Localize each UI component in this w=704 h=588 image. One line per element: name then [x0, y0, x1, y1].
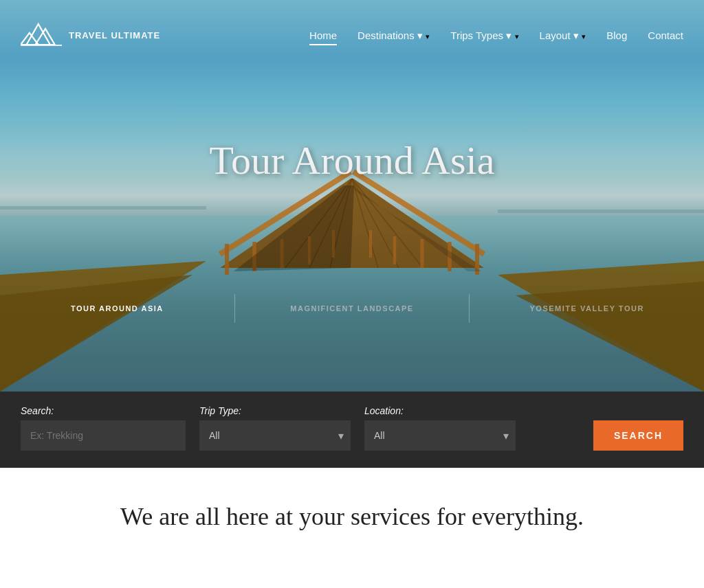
trip-type-select[interactable]: All	[199, 420, 351, 451]
search-group-location: Location: All	[364, 405, 516, 451]
nav-item-blog[interactable]: Blog	[606, 30, 627, 42]
trip-type-label: Trip Type:	[199, 405, 351, 416]
slide-label-1[interactable]: TOUR AROUND ASIA	[0, 294, 235, 323]
logo-link[interactable]: TRAVEL ULTIMATE	[21, 17, 160, 54]
search-label: Search:	[21, 405, 186, 416]
logo-text: TRAVEL ULTIMATE	[69, 30, 160, 42]
search-button[interactable]: SEARCH	[593, 420, 683, 451]
nav-item-home[interactable]: Home	[309, 30, 337, 42]
slide-label-3[interactable]: YOSEMITE VALLEY TOUR	[470, 294, 704, 323]
nav-item-trips[interactable]: Trips Types ▾	[450, 30, 518, 42]
tagline-section: We are all here at your services for eve…	[0, 468, 704, 565]
slide-label-2[interactable]: MAGNIFICENT LANDSCAPE	[235, 294, 470, 323]
search-input[interactable]	[21, 420, 186, 451]
search-group-triptype: Trip Type: All	[199, 405, 351, 451]
nav-item-contact[interactable]: Contact	[648, 30, 683, 42]
trip-type-select-wrap: All	[199, 420, 351, 451]
search-bar: Search: Trip Type: All Location: All SEA…	[0, 392, 704, 468]
nav-links: Home Destinations ▾ Trips Types ▾ Layout…	[309, 30, 683, 42]
navigation: TRAVEL ULTIMATE Home Destinations ▾ Trip…	[0, 0, 704, 71]
location-select-wrap: All	[364, 420, 516, 451]
search-group-text: Search:	[21, 405, 186, 451]
nav-item-layout[interactable]: Layout ▾	[540, 30, 586, 42]
logo-icon	[21, 17, 62, 54]
slide-labels: TOUR AROUND ASIA MAGNIFICENT LANDSCAPE Y…	[0, 294, 704, 323]
location-select[interactable]: All	[364, 420, 516, 451]
location-label: Location:	[364, 405, 516, 416]
nav-item-destinations[interactable]: Destinations ▾	[358, 30, 430, 42]
tagline-text: We are all here at your services for eve…	[21, 502, 683, 531]
